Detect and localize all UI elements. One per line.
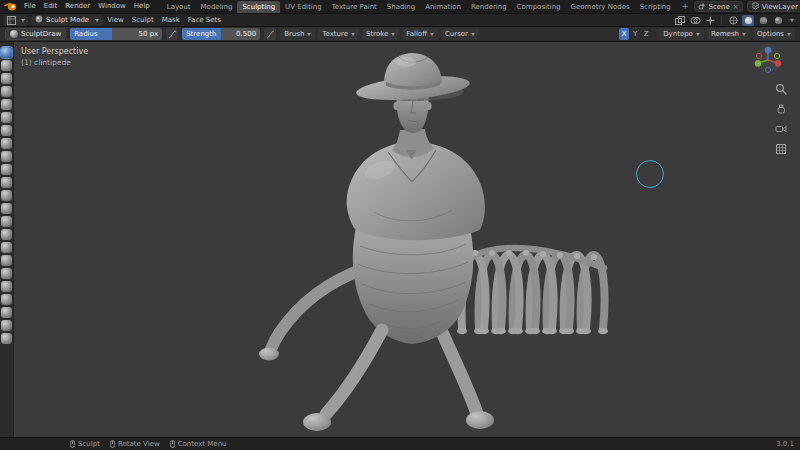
strength-value: 0.500 <box>236 30 256 38</box>
menu-item[interactable]: Window <box>94 2 130 10</box>
scene-unlink-icon[interactable]: × <box>733 3 739 11</box>
radius-slider[interactable]: Radius 50 px <box>70 28 162 40</box>
active-brush-chip[interactable]: SculptDraw <box>5 28 66 40</box>
tool-settings-dropdown[interactable]: Falloff <box>402 28 438 40</box>
workspace-tab[interactable]: Animation <box>420 1 466 14</box>
workspace-tab[interactable]: Rendering <box>466 1 512 14</box>
viewport-menu-item[interactable]: Mask <box>158 16 184 24</box>
shading-dropdown-caret-icon[interactable] <box>790 19 794 22</box>
sculpt-tool-clay-thumb[interactable] <box>1 99 12 110</box>
mode-selector[interactable]: Sculpt Mode <box>31 15 103 26</box>
sculpt-toolbar <box>0 42 14 437</box>
viewport-shading-rendered-icon[interactable] <box>772 15 784 26</box>
main-menus: FileEditRenderWindowHelp <box>20 0 154 13</box>
workspace-tab[interactable]: Layout <box>162 1 196 14</box>
blender-logo-icon[interactable] <box>4 2 17 11</box>
sculpt-tool-pose[interactable] <box>1 294 12 305</box>
sculpt-tool-draw-sharp[interactable] <box>1 60 12 71</box>
viewport-menu-item[interactable]: Sculpt <box>128 16 158 24</box>
scene-selector[interactable]: Scene × <box>694 1 742 12</box>
sculpt-tool-multiplane-scrape[interactable] <box>1 216 12 227</box>
menu-item[interactable]: Render <box>61 2 94 10</box>
workspace-tab[interactable]: UV Editing <box>280 1 327 14</box>
blender-window: FileEditRenderWindowHelp LayoutModelingS… <box>0 0 800 450</box>
mouse-button-icon <box>110 440 115 448</box>
keymap-hints: Sculpt Rotate View Context Menu <box>70 440 227 448</box>
view-layer-selector[interactable]: ViewLayer × <box>747 1 800 12</box>
tool-settings-dropdown[interactable]: Brush <box>280 28 315 40</box>
symmetry-toggle[interactable]: Z <box>641 28 651 40</box>
sculpt-panel-dropdown[interactable]: Options <box>753 28 795 40</box>
workspace-tab[interactable]: Compositing <box>512 1 566 14</box>
add-workspace-button[interactable]: + <box>680 0 691 13</box>
sculpt-tool-inflate[interactable] <box>1 125 12 136</box>
sculpt-panel-dropdowns: Dyntopo Remesh Options <box>659 28 795 40</box>
dropdown-caret-icon <box>430 33 434 36</box>
sculpt-tool-rotate[interactable] <box>1 320 12 331</box>
move-view-icon[interactable] <box>774 102 788 116</box>
sculpt-tool-fill[interactable] <box>1 190 12 201</box>
sculpt-tool-draw[interactable] <box>1 47 12 58</box>
sculpt-panel-dropdown[interactable]: Remesh <box>707 28 750 40</box>
tool-settings-dropdown[interactable]: Stroke <box>362 28 399 40</box>
workspace-tab[interactable]: Scripting <box>635 1 676 14</box>
toggle-xray-icon[interactable] <box>674 15 686 26</box>
strength-slider[interactable]: Strength 0.500 <box>182 28 260 40</box>
sculpt-tool-layer[interactable] <box>1 112 12 123</box>
camera-view-icon[interactable] <box>774 122 788 136</box>
navigation-gizmo[interactable] <box>754 46 782 74</box>
menu-item[interactable]: Help <box>130 2 154 10</box>
viewport-shading-material-icon[interactable] <box>757 15 769 26</box>
sculpt-tool-thumb[interactable] <box>1 281 12 292</box>
tool-settings-dropdown[interactable]: Texture <box>318 28 359 40</box>
sculpt-tool-slide-relax[interactable] <box>1 333 12 344</box>
viewport-menus: ViewSculptMaskFace Sets <box>103 14 225 26</box>
sculpt-tool-pinch[interactable] <box>1 229 12 240</box>
viewport-menu-item[interactable]: Face Sets <box>184 16 225 24</box>
mouse-button-icon <box>170 440 175 448</box>
sculpt-tool-snake-hook[interactable] <box>1 268 12 279</box>
editor-type-button[interactable] <box>4 15 28 26</box>
workspace-tab[interactable]: Geometry Nodes <box>566 1 635 14</box>
workspace-tab[interactable]: Modeling <box>196 1 238 14</box>
viewport-header: Sculpt Mode ViewSculptMaskFace Sets <box>0 14 800 27</box>
sculpt-panel-dropdown[interactable]: Dyntopo <box>659 28 704 40</box>
sculpt-tool-blob[interactable] <box>1 138 12 149</box>
tool-settings-dropdown[interactable]: Cursor <box>441 28 479 40</box>
sculpt-tool-smooth[interactable] <box>1 164 12 175</box>
viewport-shading-solid-icon[interactable] <box>742 15 754 26</box>
menu-item[interactable]: Edit <box>40 2 62 10</box>
sculpt-model <box>14 42 800 437</box>
status-hint: Rotate View <box>110 440 160 448</box>
zoom-view-icon[interactable] <box>774 82 788 96</box>
workspace-tab[interactable]: Texture Paint <box>327 1 382 14</box>
sculpt-mode-icon <box>35 15 43 25</box>
sculpt-tool-clay[interactable] <box>1 73 12 84</box>
show-overlays-icon[interactable] <box>689 15 701 26</box>
viewport-nav-buttons <box>774 82 788 156</box>
menu-item[interactable]: File <box>20 2 40 10</box>
view-perspective-label: User Perspective <box>21 46 88 57</box>
sculpt-tool-clay-strips[interactable] <box>1 86 12 97</box>
viewport-menu-item[interactable]: View <box>103 16 128 24</box>
sculpt-tool-nudge[interactable] <box>1 307 12 318</box>
mode-caret-icon <box>95 19 99 22</box>
show-gizmos-icon[interactable] <box>704 15 716 26</box>
symmetry-toggle[interactable]: Y <box>630 28 640 40</box>
viewport-shading-wireframe-icon[interactable] <box>727 15 739 26</box>
workspace-tab[interactable]: Sculpting <box>237 1 280 14</box>
sculpt-tool-crease[interactable] <box>1 151 12 162</box>
viewport-3d[interactable]: User Perspective (1) clintipede <box>14 42 800 437</box>
radius-pressure-icon[interactable] <box>166 28 178 40</box>
sculpt-tool-flatten[interactable] <box>1 177 12 188</box>
main-area: User Perspective (1) clintipede <box>0 42 800 437</box>
strength-pressure-icon[interactable] <box>264 28 276 40</box>
symmetry-toggle[interactable]: X <box>619 28 629 40</box>
header-separator <box>721 16 722 25</box>
workspace-tab[interactable]: Shading <box>382 1 420 14</box>
perspective-toggle-icon[interactable] <box>774 142 788 156</box>
sculpt-tool-elastic-deform[interactable] <box>1 255 12 266</box>
dropdown-caret-icon <box>471 33 475 36</box>
sculpt-tool-grab[interactable] <box>1 242 12 253</box>
sculpt-tool-scrape[interactable] <box>1 203 12 214</box>
